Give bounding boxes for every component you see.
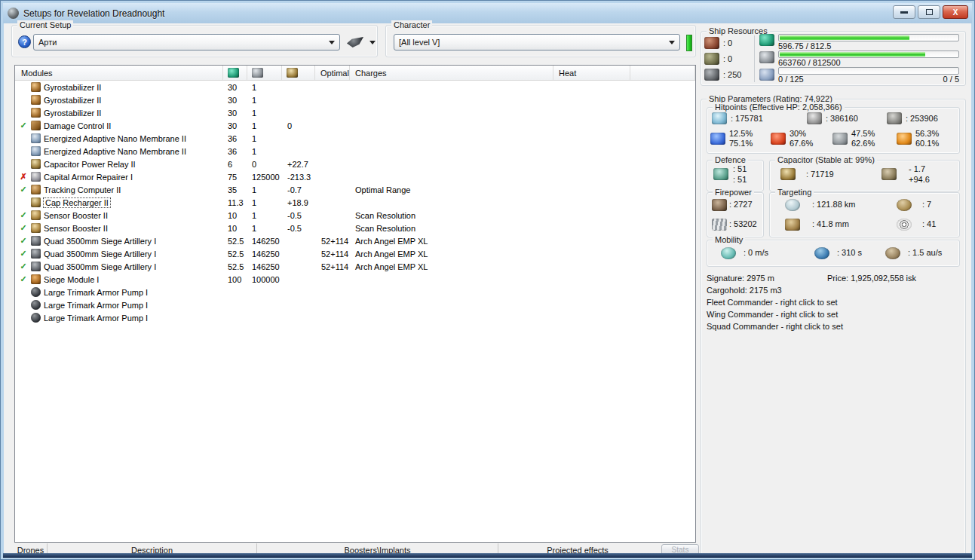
column-header-heat[interactable]: Heat — [553, 66, 630, 80]
cpu-bar-fill — [780, 35, 909, 40]
module-row[interactable]: Energized Adaptive Nano Membrane II361 — [15, 132, 695, 145]
current-setup-groupbox: Current Setup ? Арти — [11, 25, 378, 57]
powergrid-icon — [252, 68, 263, 78]
module-heat — [553, 222, 630, 234]
ship-parameters-groupbox: Ship Parameters (Rating: 74,922) Hitpoin… — [701, 99, 966, 556]
module-charge — [350, 196, 553, 209]
module-row[interactable]: Gyrostabilizer II301 — [15, 93, 695, 106]
module-name-cell: Capacitor Power Relay II — [15, 158, 223, 170]
module-row[interactable]: ✗Capital Armor Repairer I75125000-213.3 — [15, 170, 695, 183]
cargohold-text: Cargohold: 2175 m3 — [707, 286, 782, 295]
module-row[interactable]: Gyrostabilizer II301 — [15, 81, 695, 93]
module-row[interactable]: Cap Recharger II11.31+18.9 — [15, 196, 695, 209]
module-capacitor — [282, 247, 315, 260]
module-charge — [350, 273, 553, 286]
minimize-button[interactable] — [893, 5, 915, 19]
chevron-down-icon — [329, 41, 335, 44]
module-cpu: 36 — [223, 145, 247, 158]
module-charge: Scan Resolution — [350, 222, 553, 234]
close-button[interactable]: X — [943, 5, 968, 19]
module-row[interactable]: ✓Damage Control II3010 — [15, 119, 695, 132]
module-name: Quad 3500mm Siege Artillery I — [44, 249, 156, 259]
gyrostabilizer-icon — [31, 82, 41, 92]
squad-commander-text[interactable]: Squad Commander - right click to set — [707, 322, 843, 331]
modules-header-row: Modules Optimal Charges Heat — [15, 66, 695, 81]
module-charge: Optimal Range — [350, 183, 553, 196]
nano-membrane-icon — [31, 133, 41, 143]
module-row[interactable]: ✓Siege Module I100100000 — [15, 273, 695, 286]
module-row[interactable]: Large Trimark Armor Pump I — [15, 298, 695, 311]
module-name-cell: ✓Quad 3500mm Siege Artillery I — [15, 247, 223, 260]
window-bottom-edge — [3, 553, 972, 558]
structure-hp-icon — [887, 112, 902, 124]
armor-pump-icon — [31, 287, 41, 297]
module-row[interactable]: Capacitor Power Relay II60+22.7 — [15, 158, 695, 170]
module-row[interactable]: ✓Sensor Booster II101-0.5Scan Resolution — [15, 209, 695, 222]
module-row[interactable]: Large Trimark Armor Pump I — [15, 311, 695, 324]
column-header-modules[interactable]: Modules — [15, 66, 223, 80]
speed-icon — [721, 247, 736, 259]
module-row[interactable]: ✓Quad 3500mm Siege Artillery I52.5146250… — [15, 260, 695, 273]
module-row[interactable]: ✓Sensor Booster II101-0.5Scan Resolution — [15, 222, 695, 234]
siege-artillery-icon — [31, 262, 41, 271]
column-header-powergrid[interactable] — [247, 66, 282, 80]
fitted-check-icon: ✓ — [17, 236, 29, 246]
column-header-cpu[interactable] — [223, 66, 247, 80]
module-row[interactable]: Gyrostabilizer II301 — [15, 106, 695, 119]
column-header-charges[interactable]: Charges — [350, 66, 553, 80]
character-combobox[interactable]: [All level V] — [394, 34, 680, 50]
explosive-resist-icon — [897, 133, 912, 145]
setup-combobox[interactable]: Арти — [33, 34, 340, 50]
module-name: Large Trimark Armor Pump I — [44, 314, 148, 323]
module-row[interactable]: Energized Adaptive Nano Membrane II361 — [15, 145, 695, 158]
divider — [754, 35, 755, 82]
chevron-down-icon — [369, 41, 376, 44]
launcher-slots-value: : 0 — [723, 54, 732, 63]
module-powergrid: 1 — [247, 93, 282, 106]
structure-hp-value: : 253906 — [906, 114, 938, 123]
turret-slots-icon — [704, 37, 719, 49]
help-button[interactable]: ? — [18, 35, 31, 48]
column-header-optimal[interactable]: Optimal — [315, 66, 350, 80]
module-optimal — [315, 170, 350, 183]
module-row[interactable]: ✓Quad 3500mm Siege Artillery I52.5146250… — [15, 234, 695, 247]
capacitor-icon — [287, 68, 298, 78]
thermal-resist-shield: 30% — [790, 129, 806, 138]
fitted-check-icon: ✓ — [17, 210, 29, 220]
skill-level-indicator — [686, 35, 692, 51]
module-row[interactable]: ✓Quad 3500mm Siege Artillery I52.5146250… — [15, 247, 695, 260]
module-row[interactable]: ✓Tracking Computer II351-0.7Optimal Rang… — [15, 183, 695, 196]
window-title: Setups for Revelation Dreadnought — [23, 8, 164, 19]
module-powergrid: 1 — [247, 196, 282, 209]
eft-window: Setups for Revelation Dreadnought X Curr… — [0, 0, 975, 560]
module-extra — [630, 93, 695, 106]
module-heat — [553, 273, 630, 286]
kinetic-resist-shield: 47.5% — [851, 129, 875, 138]
ship-export-button[interactable] — [347, 34, 382, 50]
module-name-cell: Cap Recharger II — [15, 196, 223, 209]
fitted-check-icon: ✓ — [17, 249, 29, 259]
module-powergrid: 146250 — [247, 260, 282, 273]
module-heat — [553, 170, 630, 183]
siege-artillery-icon — [31, 236, 41, 246]
module-name-cell: ✓Quad 3500mm Siege Artillery I — [15, 260, 223, 273]
module-heat — [553, 132, 630, 145]
fitted-check-icon: ✓ — [17, 274, 29, 284]
module-name-cell: Gyrostabilizer II — [15, 81, 223, 93]
module-optimal — [315, 132, 350, 145]
wing-commander-text[interactable]: Wing Commander - right click to set — [707, 310, 838, 319]
fleet-commander-text[interactable]: Fleet Commander - right click to set — [707, 298, 838, 307]
maximize-button[interactable] — [918, 5, 940, 19]
sensor-booster-icon — [31, 223, 41, 233]
module-powergrid — [247, 311, 282, 324]
column-header-capacitor[interactable] — [282, 66, 315, 80]
warp-speed-value: : 1.5 au/s — [908, 248, 942, 257]
module-optimal — [315, 311, 350, 324]
module-charge: Arch Angel EMP XL — [350, 234, 553, 247]
module-cpu — [223, 286, 247, 298]
module-heat — [553, 247, 630, 260]
em-resist-armor: 75.1% — [729, 139, 753, 148]
powergrid-icon — [759, 51, 774, 63]
module-powergrid: 125000 — [247, 170, 282, 183]
module-row[interactable]: Large Trimark Armor Pump I — [15, 286, 695, 298]
